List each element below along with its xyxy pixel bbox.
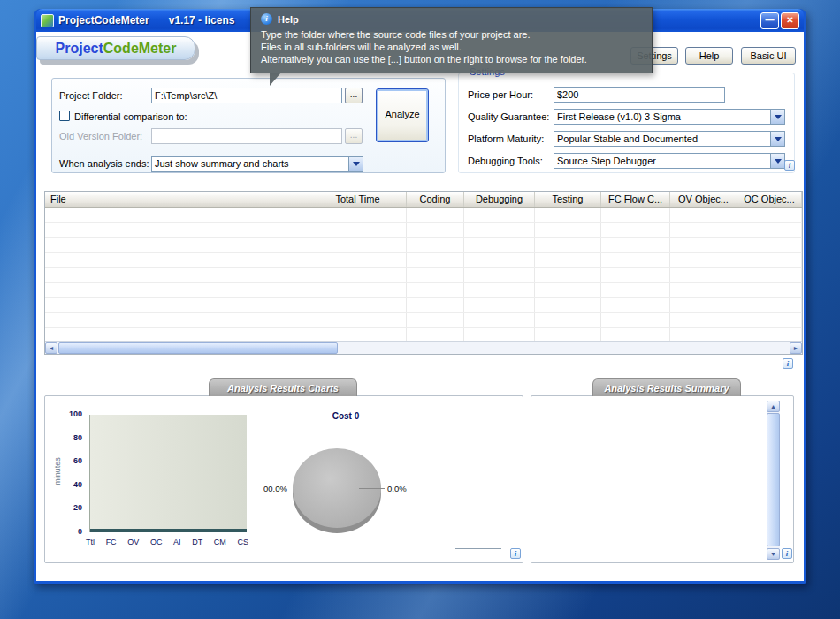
differential-comparison-checkbox[interactable]: [59, 111, 70, 121]
close-button[interactable]: ✕: [781, 12, 799, 29]
table-cell: [601, 223, 670, 237]
project-folder-label: Project Folder:: [59, 90, 123, 101]
scroll-right-arrow-icon[interactable]: ►: [790, 342, 802, 354]
old-version-folder-input[interactable]: [151, 128, 342, 144]
table-cell: [670, 223, 737, 237]
table-cell: [535, 268, 601, 282]
horizontal-scrollbar-thumb[interactable]: [58, 342, 338, 354]
vertical-scrollbar[interactable]: ▲ ▼: [767, 401, 780, 560]
basic-ui-button[interactable]: Basic UI: [741, 47, 796, 65]
chevron-down-icon[interactable]: [348, 157, 363, 171]
table-cell: [45, 313, 309, 327]
table-cell: [737, 283, 802, 297]
app-icon: [41, 14, 54, 27]
quality-guarantee-value: First Release (v1.0) 3-Sigma: [554, 111, 770, 122]
table-row[interactable]: [45, 238, 802, 253]
table-cell: [309, 253, 407, 267]
pie-label-left: 00.0%: [263, 484, 287, 493]
minimize-button[interactable]: —: [760, 12, 779, 29]
tooltip-pointer-icon: [270, 73, 281, 86]
table-cell: [464, 313, 535, 327]
chevron-down-icon[interactable]: [770, 110, 784, 124]
help-button[interactable]: Help: [685, 47, 733, 65]
table-cell: [407, 298, 464, 312]
scroll-left-arrow-icon[interactable]: ◄: [45, 342, 57, 354]
table-cell: [309, 328, 407, 342]
bar-chart-x-axis-line: [90, 529, 247, 532]
scroll-down-arrow-icon[interactable]: ▼: [767, 548, 780, 560]
project-folder-group: Project Folder: ... Analyze Differential…: [51, 78, 446, 173]
table-row[interactable]: [45, 313, 802, 328]
table-column-header[interactable]: OV Objec...: [670, 192, 737, 207]
table-row[interactable]: [45, 223, 802, 238]
table-cell: [464, 283, 535, 297]
price-per-hour-input[interactable]: [554, 87, 725, 103]
debugging-tools-value: Source Step Debugger: [554, 156, 770, 166]
table-column-header[interactable]: Coding: [407, 192, 464, 207]
chevron-down-icon[interactable]: [770, 132, 784, 146]
table-row[interactable]: [45, 268, 802, 283]
table-cell: [601, 253, 670, 267]
table-cell: [670, 298, 737, 312]
when-analysis-ends-label: When analysis ends:: [59, 158, 149, 169]
platform-maturity-select[interactable]: Popular Stable and Documented: [554, 131, 785, 147]
info-icon[interactable]: i: [510, 548, 521, 559]
x-tick-label: FC: [106, 538, 117, 546]
table-cell: [45, 223, 309, 237]
table-cell: [737, 268, 802, 282]
horizontal-scrollbar[interactable]: ◄ ►: [45, 341, 802, 354]
help-tooltip-header: i Help: [261, 13, 645, 25]
table-cell: [464, 238, 535, 252]
table-column-header[interactable]: Debugging: [464, 192, 535, 207]
scroll-up-arrow-icon[interactable]: ▲: [767, 401, 780, 412]
table-cell: [45, 268, 309, 282]
table-row[interactable]: [45, 253, 802, 268]
analyze-button[interactable]: Analyze: [376, 88, 429, 142]
summary-text: [537, 401, 762, 556]
y-tick-label: 60: [73, 456, 82, 465]
info-icon[interactable]: i: [784, 160, 795, 171]
help-tooltip-title: Help: [278, 14, 299, 25]
table-column-header[interactable]: Total Time: [309, 192, 407, 207]
table-cell: [601, 238, 670, 252]
info-icon[interactable]: i: [782, 548, 792, 559]
table-row[interactable]: [45, 283, 802, 298]
project-folder-input[interactable]: [151, 88, 342, 103]
pie-legend-underline: [455, 548, 501, 549]
table-cell: [601, 283, 670, 297]
browse-project-folder-button[interactable]: ...: [345, 88, 363, 103]
x-tick-label: Ttl: [86, 538, 95, 546]
summary-panel: ▲ ▼ i: [531, 395, 794, 563]
desktop-background: ProjectCodeMeter v1.17 - licens — ✕ Proj…: [0, 0, 840, 619]
table-cell: [670, 268, 737, 282]
info-icon[interactable]: i: [783, 358, 793, 369]
table-row[interactable]: [45, 298, 802, 313]
table-cell: [670, 283, 737, 297]
when-analysis-ends-select[interactable]: Just show summary and charts: [151, 156, 363, 172]
quality-guarantee-label: Quality Guarantee:: [468, 111, 549, 122]
debugging-tools-select[interactable]: Source Step Debugger: [554, 153, 785, 169]
table-column-header[interactable]: FC Flow C...: [601, 192, 670, 207]
table-cell: [601, 328, 670, 342]
table-cell: [407, 253, 464, 267]
bar-chart-plot-area: [89, 415, 247, 532]
window-controls: — ✕: [759, 12, 799, 29]
table-column-header[interactable]: File: [45, 192, 309, 207]
table-column-header[interactable]: Testing: [535, 192, 601, 207]
x-tick-label: CS: [237, 538, 248, 546]
bar-y-axis: 100806040200: [59, 409, 86, 536]
table-cell: [309, 283, 407, 297]
table-cell: [737, 253, 802, 267]
x-tick-label: AI: [173, 538, 181, 546]
chevron-down-icon[interactable]: [770, 154, 784, 168]
quality-guarantee-select[interactable]: First Release (v1.0) 3-Sigma: [554, 109, 785, 125]
table-cell: [737, 313, 802, 327]
help-tooltip-line: Alternatively you can use the [...] butt…: [261, 53, 645, 65]
table-body: [45, 208, 802, 343]
pie-label-connector-line: [359, 488, 385, 489]
table-cell: [45, 298, 309, 312]
table-cell: [407, 313, 464, 327]
table-column-header[interactable]: OC Objec...: [737, 192, 802, 207]
table-row[interactable]: [45, 208, 802, 223]
vertical-scrollbar-thumb[interactable]: [767, 413, 780, 546]
